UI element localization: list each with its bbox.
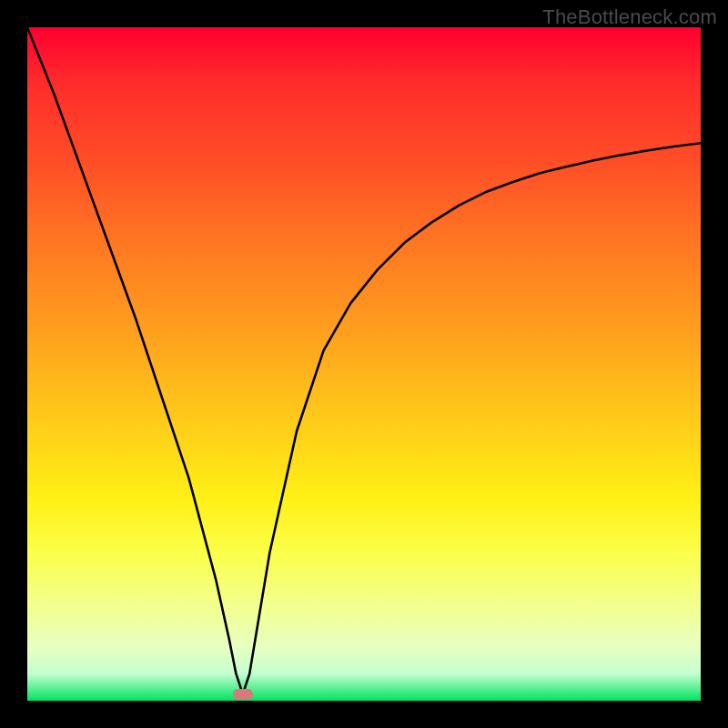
curve-path — [27, 27, 701, 694]
plot-area — [27, 27, 701, 701]
minimum-marker — [233, 689, 253, 700]
chart-frame: TheBottleneck.com — [0, 0, 728, 728]
bottleneck-curve — [27, 27, 701, 701]
watermark-text: TheBottleneck.com — [542, 5, 717, 29]
